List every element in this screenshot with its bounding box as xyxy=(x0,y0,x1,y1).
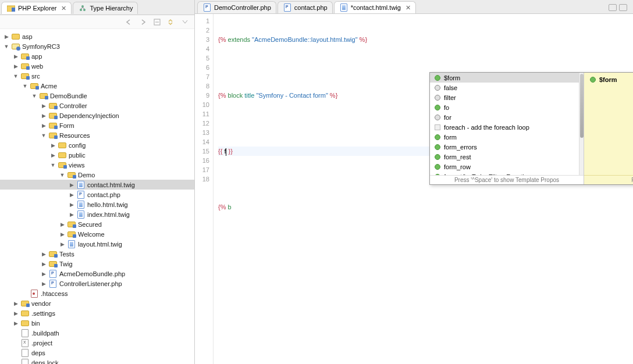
expand-arrow-icon[interactable]: ▶ xyxy=(59,241,65,247)
tree-item[interactable]: ▶.buildpath xyxy=(0,328,194,338)
close-icon[interactable]: ✕ xyxy=(61,5,66,12)
tree-item[interactable]: ▶Secured xyxy=(0,219,194,229)
tree-item[interactable]: ▶public xyxy=(0,150,194,160)
expand-arrow-icon[interactable]: ▶ xyxy=(69,182,74,188)
tree-item[interactable]: ▶bin xyxy=(0,318,194,328)
expand-arrow-icon[interactable]: ▶ xyxy=(50,152,56,158)
autocomplete-item[interactable]: for xyxy=(430,112,584,122)
scrollbar-thumb[interactable] xyxy=(580,74,584,138)
expand-arrow-icon[interactable]: ▶ xyxy=(69,192,74,198)
autocomplete-doc[interactable]: $form Press 'Tab' from proposal table or… xyxy=(584,73,633,184)
tree-item[interactable]: ▶asp xyxy=(0,31,194,41)
expand-arrow-icon[interactable]: ▶ xyxy=(50,142,56,148)
expand-arrow-icon[interactable]: ▶ xyxy=(41,123,47,129)
autocomplete-item[interactable]: form_rest xyxy=(430,152,584,162)
tree-item[interactable]: ▶Tests xyxy=(0,249,194,259)
expand-arrow-icon[interactable]: ▶ xyxy=(13,63,19,69)
expand-arrow-icon[interactable]: ▶ xyxy=(41,113,47,119)
expand-arrow-icon[interactable]: ▶ xyxy=(69,212,74,217)
expand-arrow-icon[interactable]: ▶ xyxy=(3,34,9,40)
expand-arrow-icon[interactable]: ▶ xyxy=(59,231,65,237)
tree-item[interactable]: ▶config xyxy=(0,140,194,150)
expand-arrow-icon[interactable]: ▶ xyxy=(41,271,47,277)
tree-item[interactable]: ▶app xyxy=(0,51,194,61)
tree-item[interactable]: ▼Acme xyxy=(0,81,194,91)
minimize-icon[interactable] xyxy=(609,4,617,11)
tree-item[interactable]: ▶contact.php xyxy=(0,190,194,199)
expand-arrow-icon[interactable]: ▼ xyxy=(50,162,56,168)
tab-php-explorer[interactable]: PHP Explorer ✕ xyxy=(1,2,72,14)
tab-type-hierarchy[interactable]: Type Hierarchy xyxy=(73,2,138,14)
tree-item[interactable]: ▼SymfonyRC3 xyxy=(0,41,194,51)
expand-arrow-icon[interactable]: ▼ xyxy=(22,83,28,89)
tree-item[interactable]: ▼src xyxy=(0,71,194,81)
expand-arrow-icon[interactable]: ▼ xyxy=(41,133,47,138)
tree-item[interactable]: ▶AcmeDemoBundle.php xyxy=(0,269,194,279)
code-editor[interactable]: 123456789101112131415161718 {% extends "… xyxy=(195,14,633,364)
tree-item[interactable]: ▶deps.lock xyxy=(0,358,194,364)
link-editor-icon[interactable] xyxy=(166,17,176,27)
expand-arrow-icon[interactable]: ▼ xyxy=(13,73,19,79)
expand-arrow-icon[interactable]: ▼ xyxy=(31,93,37,99)
tree-item[interactable]: ▶deps xyxy=(0,348,194,358)
tree-item[interactable]: ▼Resources xyxy=(0,130,194,140)
expand-arrow-icon[interactable]: ▶ xyxy=(41,261,47,267)
tree-item[interactable]: ▶DependencyInjection xyxy=(0,110,194,120)
autocomplete-item[interactable]: $form xyxy=(430,73,584,83)
tree-item[interactable]: ▼Demo xyxy=(0,170,194,180)
tree-item[interactable]: ▶index.html.twig xyxy=(0,209,194,219)
editor-tab[interactable]: DemoController.php xyxy=(197,1,276,13)
autocomplete-item[interactable]: form xyxy=(430,132,584,142)
maximize-icon[interactable] xyxy=(619,4,627,11)
editor-tab[interactable]: contact.php xyxy=(278,1,333,13)
tree-item[interactable]: ▶web xyxy=(0,61,194,71)
folder-closed-icon xyxy=(11,33,20,41)
file-tree[interactable]: ▶asp▼SymfonyRC3▶app▶web▼src▼Acme▼DemoBun… xyxy=(0,29,194,364)
expand-arrow-icon[interactable]: ▶ xyxy=(41,103,47,109)
autocomplete-item[interactable]: foreach - add the foreach loop xyxy=(430,122,584,132)
view-menu-icon[interactable] xyxy=(180,17,190,27)
autocomplete-item[interactable]: false xyxy=(430,83,584,92)
tree-item[interactable]: ▶.settings xyxy=(0,308,194,318)
tree-item[interactable]: ▼views xyxy=(0,160,194,170)
expand-arrow-icon[interactable]: ▶ xyxy=(13,311,19,316)
expand-arrow-icon[interactable]: ▼ xyxy=(59,172,65,178)
scrollbar[interactable] xyxy=(579,73,584,175)
tree-item-label: config xyxy=(69,142,86,149)
autocomplete-list[interactable]: $formfalsefilterfoforforeach - add the f… xyxy=(430,73,584,184)
tree-item[interactable]: ▶Twig xyxy=(0,259,194,269)
expand-arrow-icon[interactable]: ▶ xyxy=(59,222,65,227)
tree-item[interactable]: ▶.project xyxy=(0,338,194,348)
back-icon[interactable] xyxy=(125,17,134,27)
expand-arrow-icon[interactable]: ▶ xyxy=(13,320,19,326)
line-number: 5 xyxy=(195,53,209,63)
tree-item[interactable]: ▶hello.html.twig xyxy=(0,199,194,209)
editor-panel: DemoController.phpcontact.php*contact.ht… xyxy=(195,0,633,364)
close-icon[interactable]: ✕ xyxy=(406,4,411,12)
tree-item[interactable]: ▶Form xyxy=(0,120,194,130)
tree-item[interactable]: ▶.htaccess xyxy=(0,288,194,298)
expand-arrow-icon[interactable]: ▶ xyxy=(13,301,19,306)
tree-item[interactable]: ▶contact.html.twig xyxy=(0,180,194,190)
php-folder-icon xyxy=(20,299,30,308)
autocomplete-item[interactable]: form_row xyxy=(430,162,584,172)
expand-arrow-icon[interactable]: ▶ xyxy=(41,251,47,257)
tree-item[interactable]: ▶Controller xyxy=(0,101,194,110)
expand-arrow-icon[interactable]: ▼ xyxy=(3,44,9,49)
collapse-all-icon[interactable] xyxy=(152,17,162,27)
code-area[interactable]: {% extends "AcmeDemoBundle::layout.html.… xyxy=(214,14,633,364)
tree-item[interactable]: ▶Welcome xyxy=(0,229,194,239)
expand-arrow-icon[interactable]: ▶ xyxy=(41,281,47,287)
proj-icon-icon xyxy=(11,42,20,51)
autocomplete-item[interactable]: form_errors xyxy=(430,142,584,152)
autocomplete-item[interactable]: filter xyxy=(430,92,584,102)
editor-tab[interactable]: *contact.html.twig✕ xyxy=(334,1,416,13)
expand-arrow-icon[interactable]: ▶ xyxy=(69,202,74,208)
autocomplete-item[interactable]: fo xyxy=(430,102,584,112)
expand-arrow-icon[interactable]: ▶ xyxy=(13,53,19,59)
tree-item[interactable]: ▼DemoBundle xyxy=(0,91,194,101)
tree-item[interactable]: ▶layout.html.twig xyxy=(0,239,194,249)
tree-item[interactable]: ▶ControllerListener.php xyxy=(0,279,194,288)
forward-icon[interactable] xyxy=(138,17,148,27)
tree-item[interactable]: ▶vendor xyxy=(0,298,194,308)
